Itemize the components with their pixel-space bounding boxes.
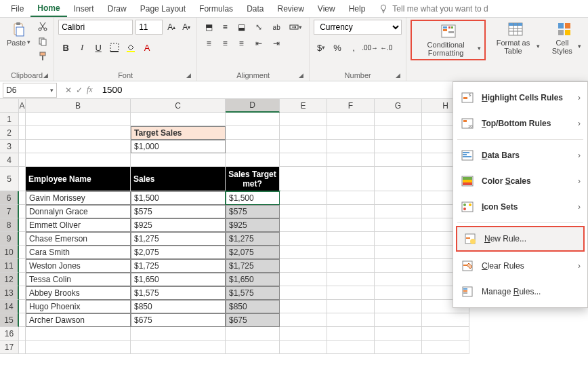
cell-F4[interactable] xyxy=(327,153,375,167)
cell-C16[interactable] xyxy=(131,327,226,341)
cell-D7[interactable]: $575 xyxy=(226,205,280,218)
cell-D12[interactable]: $1,650 xyxy=(226,273,280,286)
column-header-A[interactable]: A xyxy=(19,99,26,113)
cell-E10[interactable] xyxy=(280,246,327,259)
cell-B9[interactable]: Chase Emerson xyxy=(26,232,131,246)
cf-icon-sets[interactable]: Icon Sets › xyxy=(453,194,587,220)
cell-B10[interactable]: Cara Smith xyxy=(26,246,131,259)
cell-A10[interactable] xyxy=(19,246,26,259)
cell-D8[interactable]: $925 xyxy=(226,218,280,232)
cell-C6[interactable]: $1,500 xyxy=(131,191,226,205)
row-header-12[interactable]: 12 xyxy=(0,273,19,286)
cell-G8[interactable] xyxy=(375,218,422,232)
cell-D2[interactable] xyxy=(226,126,280,140)
tell-me-search[interactable]: Tell me what you want to d xyxy=(379,4,488,14)
align-right-button[interactable]: ≡ xyxy=(234,36,249,51)
tab-data[interactable]: Data xyxy=(240,1,270,16)
row-header-4[interactable]: 4 xyxy=(0,153,19,167)
cell-F1[interactable] xyxy=(327,113,375,126)
cell-B7[interactable]: Donnalyn Grace xyxy=(26,205,131,218)
cell-C10[interactable]: $2,075 xyxy=(131,246,226,259)
cell-G11[interactable] xyxy=(375,259,422,273)
cell-E12[interactable] xyxy=(280,273,327,286)
cell-D3[interactable] xyxy=(226,140,280,153)
fx-button[interactable]: fx xyxy=(87,85,93,95)
row-header-3[interactable]: 3 xyxy=(0,140,19,153)
tab-formulas[interactable]: Formulas xyxy=(192,1,240,16)
tab-draw[interactable]: Draw xyxy=(101,1,133,16)
cell-H15[interactable] xyxy=(422,313,469,327)
cell-A1[interactable] xyxy=(19,113,26,126)
cell-D5[interactable]: Sales Target met? xyxy=(226,167,280,191)
cell-G4[interactable] xyxy=(375,153,422,167)
cell-D1[interactable] xyxy=(226,113,280,126)
cell-C7[interactable]: $575 xyxy=(131,205,226,218)
cf-color-scales[interactable]: Color Scales › xyxy=(453,168,587,194)
cell-G7[interactable] xyxy=(375,205,422,218)
cell-A9[interactable] xyxy=(19,232,26,246)
cell-A16[interactable] xyxy=(19,327,26,341)
cell-F11[interactable] xyxy=(327,259,375,273)
border-button[interactable] xyxy=(107,40,122,55)
align-middle-button[interactable]: ≡ xyxy=(217,20,232,35)
bold-button[interactable]: B xyxy=(58,40,73,55)
increase-font-button[interactable]: A▴ xyxy=(165,20,177,35)
cell-E9[interactable] xyxy=(280,232,327,246)
cell-B17[interactable] xyxy=(26,341,131,354)
cell-C15[interactable]: $675 xyxy=(131,313,226,327)
cell-E4[interactable] xyxy=(280,153,327,167)
format-painter-button[interactable] xyxy=(36,50,49,63)
cell-F5[interactable] xyxy=(327,167,375,191)
number-format-select[interactable]: Currency xyxy=(314,20,402,35)
cf-clear-rules[interactable]: Clear Rules › xyxy=(453,253,587,279)
increase-decimal-button[interactable]: .00→ xyxy=(362,40,377,55)
cell-A8[interactable] xyxy=(19,218,26,232)
align-bottom-button[interactable]: ⬓ xyxy=(234,20,249,35)
row-header-17[interactable]: 17 xyxy=(0,341,19,354)
cell-B12[interactable]: Tessa Colin xyxy=(26,273,131,286)
merge-button[interactable]: ▾ xyxy=(287,20,305,35)
fill-color-button[interactable] xyxy=(123,40,138,55)
cell-C5[interactable]: Sales xyxy=(131,167,226,191)
comma-button[interactable]: , xyxy=(346,40,361,55)
cell-G15[interactable] xyxy=(375,313,422,327)
cell-G5[interactable] xyxy=(375,167,422,191)
cell-F8[interactable] xyxy=(327,218,375,232)
cell-D11[interactable]: $1,725 xyxy=(226,259,280,273)
tab-help[interactable]: Help xyxy=(342,1,373,16)
cell-B6[interactable]: Gavin Morissey xyxy=(26,191,131,205)
cell-E7[interactable] xyxy=(280,205,327,218)
cell-E6[interactable] xyxy=(280,191,327,205)
clipboard-dialog-launcher[interactable]: ◢ xyxy=(41,71,49,79)
cell-C13[interactable]: $1,575 xyxy=(131,286,226,300)
row-header-11[interactable]: 11 xyxy=(0,259,19,273)
cell-A11[interactable] xyxy=(19,259,26,273)
cell-C12[interactable]: $1,650 xyxy=(131,273,226,286)
increase-indent-button[interactable]: ⇥ xyxy=(269,36,284,51)
cell-G10[interactable] xyxy=(375,246,422,259)
align-center-button[interactable]: ≡ xyxy=(217,36,232,51)
cell-F6[interactable] xyxy=(327,191,375,205)
cell-E17[interactable] xyxy=(280,341,327,354)
percent-button[interactable]: % xyxy=(330,40,345,55)
cell-H17[interactable] xyxy=(422,341,469,354)
cell-F14[interactable] xyxy=(327,300,375,313)
cell-A12[interactable] xyxy=(19,273,26,286)
row-header-10[interactable]: 10 xyxy=(0,246,19,259)
underline-button[interactable]: U xyxy=(91,40,106,55)
cut-button[interactable] xyxy=(36,20,49,33)
cell-F16[interactable] xyxy=(327,327,375,341)
row-header-16[interactable]: 16 xyxy=(0,327,19,341)
font-color-button[interactable]: A xyxy=(140,40,154,55)
cell-E14[interactable] xyxy=(280,300,327,313)
cell-E2[interactable] xyxy=(280,126,327,140)
copy-button[interactable] xyxy=(36,35,49,48)
cell-A15[interactable] xyxy=(19,313,26,327)
cell-D6[interactable]: $1,500 xyxy=(226,191,280,205)
column-header-G[interactable]: G xyxy=(375,99,422,113)
tab-review[interactable]: Review xyxy=(270,1,310,16)
cell-E5[interactable] xyxy=(280,167,327,191)
cell-F15[interactable] xyxy=(327,313,375,327)
row-header-15[interactable]: 15 xyxy=(0,313,19,327)
select-all-corner[interactable] xyxy=(0,99,19,113)
